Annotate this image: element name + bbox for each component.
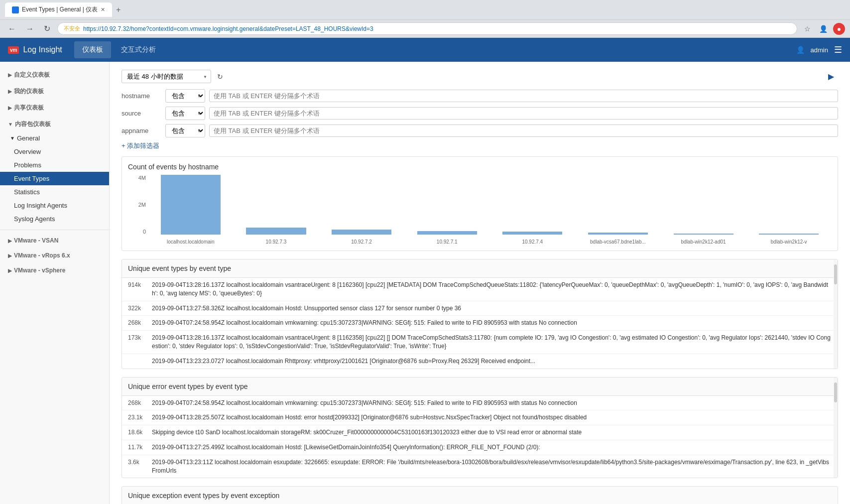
export-button[interactable]: ▶	[824, 70, 838, 83]
sidebar-item-overview[interactable]: Overview	[0, 145, 109, 158]
sidebar-item-event-types[interactable]: Event Types	[0, 172, 109, 185]
nav-tab-dashboard[interactable]: 仪表板	[74, 41, 111, 58]
unique-events-scrollbar[interactable]	[834, 259, 838, 369]
sidebar-item-syslog-agents[interactable]: Syslog Agents	[0, 212, 109, 226]
browser-tab[interactable]: Event Types | General | 仪表 ✕	[5, 2, 112, 17]
chart-title: Count of events by hostname	[128, 163, 832, 171]
tab-close-button[interactable]: ✕	[101, 6, 105, 13]
chart-bar	[588, 233, 648, 235]
nav-tab-interactive[interactable]: 交互式分析	[113, 41, 164, 58]
event-row[interactable]: 173k2019-09-04T13:28:16.137Z localhost.l…	[122, 331, 838, 354]
sidebar-group-vsan-header[interactable]: ▶ VMware - VSAN	[0, 234, 109, 247]
filter-row-appname: appname 包含	[121, 124, 838, 137]
sidebar-group-vsan: ▶ VMware - VSAN	[0, 234, 109, 247]
address-bar-row: ← → ↻ 不安全 https://10.92.7.32/home?contex…	[0, 20, 850, 38]
sidebar-group-custom-header[interactable]: ▶ 自定义仪表板	[0, 68, 109, 82]
unique-error-events-title: Unique error event types by event type	[122, 378, 838, 396]
event-text: 2019-09-04T13:23:11Z localhost.localdoma…	[152, 458, 832, 475]
chart-x-label: bdlab-vcsa67.bdne1lab...	[575, 239, 661, 245]
sidebar-group-shared-label: 共享仪表板	[14, 104, 44, 112]
event-count: 18.6k	[128, 428, 152, 437]
refresh-data-button[interactable]: ↻	[215, 71, 225, 83]
event-text: 2019-09-04T13:28:16.137Z localhost.local…	[152, 281, 832, 298]
event-row[interactable]: 322k2019-09-04T13:27:58.326Z localhost.l…	[122, 301, 838, 316]
time-dropdown-wrap: 最近 48 小时的数据	[121, 70, 211, 83]
vm-logo: vm	[8, 46, 19, 54]
add-filter-link[interactable]: 添加筛选器	[121, 141, 838, 150]
event-text: 2019-09-04T13:27:58.326Z localhost.local…	[152, 304, 832, 313]
event-row[interactable]: 2019-09-04T13:23:23.0727 localhost.local…	[122, 354, 838, 369]
browser-toolbar-icons: ☆ 👤 ●	[801, 23, 845, 35]
chevron-right-vsan-icon: ▶	[8, 238, 12, 244]
chart-area: 4M 2M 0 localhost.localdomain10.92.7.310…	[128, 175, 832, 245]
filter-appname-input[interactable]	[209, 125, 838, 137]
event-count: 11.7k	[128, 443, 152, 452]
event-text: 2019-09-04T13:27:25.499Z localhost.local…	[152, 443, 832, 452]
chart-bar-group	[319, 175, 404, 235]
refresh-button[interactable]: ↻	[41, 23, 53, 34]
chevron-right-icon-3: ▶	[8, 105, 12, 111]
filter-hostname-input[interactable]	[209, 90, 838, 102]
event-count: 322k	[128, 304, 152, 313]
top-nav: vm Log Insight 仪表板 交互式分析 👤 admin ☰	[0, 38, 850, 62]
chart-x-label: bdlab-win2k12-v	[746, 239, 832, 245]
sidebar-group-my-header[interactable]: ▶ 我的仪表板	[0, 84, 109, 99]
chart-x-label: 10.92.7.2	[319, 239, 404, 245]
event-row[interactable]: 18.6kSkipping device t10 SanD localhost.…	[122, 425, 838, 440]
sidebar-group-content: ▼ 内容包仪表板 ▼ General Overview Problems Eve…	[0, 117, 109, 226]
sidebar-group-custom: ▶ 自定义仪表板	[0, 68, 109, 82]
hamburger-menu-icon[interactable]: ☰	[834, 44, 842, 55]
sidebar-group-vsphere-header[interactable]: ▶ VMware - vSphere	[0, 264, 109, 277]
unique-events-section: Unique event types by event type 914k201…	[121, 259, 838, 369]
event-row[interactable]: 914k2019-09-04T13:28:16.137Z localhost.l…	[122, 278, 838, 301]
event-count: 23.1k	[128, 413, 152, 422]
sidebar-group-my: ▶ 我的仪表板	[0, 84, 109, 99]
event-row[interactable]: 23.1k2019-09-04T13:28:25.507Z localhost.…	[122, 410, 838, 425]
unique-error-events-scrollbar-thumb	[834, 382, 837, 402]
event-count: 914k	[128, 281, 152, 289]
sidebar-item-problems[interactable]: Problems	[0, 158, 109, 172]
back-button[interactable]: ←	[5, 23, 19, 34]
chart-x-labels: localhost.localdomain10.92.7.310.92.7.21…	[148, 239, 832, 245]
event-row[interactable]: 3.6k2019-09-04T13:23:11Z localhost.local…	[122, 455, 838, 478]
sidebar-group-my-label: 我的仪表板	[14, 87, 44, 96]
extension-icon[interactable]: ●	[833, 23, 845, 35]
sidebar-group-vsan-label: VMware - VSAN	[14, 237, 58, 244]
event-text: 2019-09-04T13:28:25.507Z localhost.local…	[152, 413, 832, 422]
y-label-0: 0	[143, 229, 146, 235]
event-count: 268k	[128, 319, 152, 327]
chart-bar-group	[661, 175, 746, 235]
chart-bar-group	[575, 175, 661, 235]
event-row[interactable]: 268k2019-09-04T07:24:58.954Z localhost.l…	[122, 316, 838, 331]
time-dropdown[interactable]: 最近 48 小时的数据	[121, 70, 211, 83]
profile-icon[interactable]: 👤	[817, 23, 829, 35]
bookmark-icon[interactable]: ☆	[801, 23, 813, 35]
sidebar-item-general[interactable]: ▼ General	[0, 131, 109, 145]
event-count: 3.6k	[128, 458, 152, 467]
y-label-4m: 4M	[138, 175, 146, 181]
unique-error-events-scrollbar[interactable]	[834, 378, 838, 478]
url-display: https://10.92.7.32/home?contextId=com.vm…	[83, 25, 373, 32]
address-bar[interactable]: 不安全 https://10.92.7.32/home?contextId=co…	[57, 22, 797, 35]
sidebar-group-vrops-label: VMware - vRops 6.x	[14, 252, 70, 259]
event-row[interactable]: 11.7k2019-09-04T13:27:25.499Z localhost.…	[122, 440, 838, 455]
sidebar-group-content-header[interactable]: ▼ 内容包仪表板	[0, 117, 109, 131]
filter-hostname-op[interactable]: 包含	[165, 89, 205, 103]
filter-appname-op[interactable]: 包含	[165, 124, 205, 137]
event-row[interactable]: 268k2019-09-04T07:24:58.954Z localhost.l…	[122, 396, 838, 411]
event-text: Skipping device t10 SanD localhost.local…	[152, 428, 832, 437]
event-text: 2019-09-04T13:28:16.137Z localhost.local…	[152, 334, 832, 351]
filter-row-hostname: hostname 包含	[121, 89, 838, 103]
filter-hostname-op-wrap: 包含	[165, 89, 205, 103]
sidebar-group-shared-header[interactable]: ▶ 共享仪表板	[0, 101, 109, 115]
chart-bar	[161, 175, 221, 235]
sidebar-group-vrops-header[interactable]: ▶ VMware - vRops 6.x	[0, 249, 109, 262]
filter-source-input[interactable]	[209, 107, 838, 120]
sidebar-item-log-insight-agents[interactable]: Log Insight Agents	[0, 199, 109, 212]
new-tab-button[interactable]: +	[116, 5, 121, 14]
chart-bar	[502, 232, 562, 235]
sidebar-item-statistics[interactable]: Statistics	[0, 185, 109, 199]
forward-button[interactable]: →	[23, 23, 37, 34]
unique-events-title: Unique event types by event type	[122, 259, 838, 278]
filter-source-op[interactable]: 包含	[165, 107, 205, 120]
